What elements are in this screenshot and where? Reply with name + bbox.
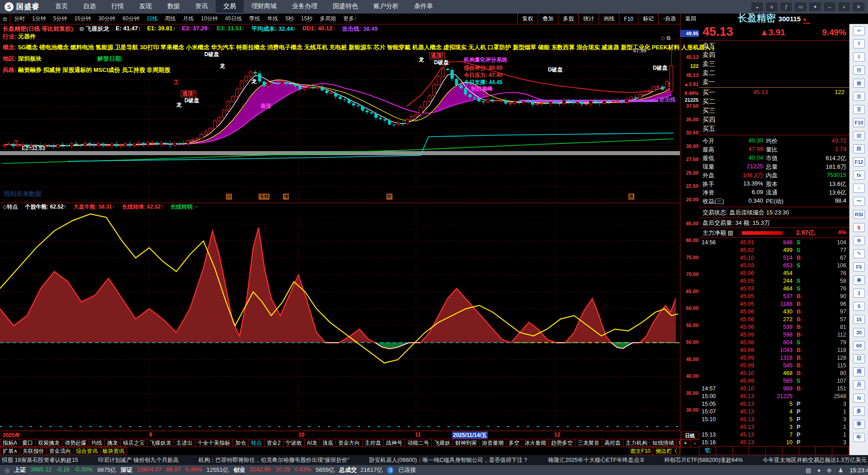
bottom-tab-综合资讯[interactable]: 综合资讯	[74, 447, 100, 455]
monitor-icon[interactable]: ▭	[795, 2, 807, 11]
indicator-tab-顶底[interactable]: 顶底	[320, 439, 336, 447]
event-tag-涨精[interactable]: 涨精	[259, 194, 269, 200]
side-icon-日[interactable]: 日	[849, 352, 868, 365]
tool-F10[interactable]: F10	[619, 14, 638, 24]
event-tag-激[interactable]: 激	[628, 194, 634, 200]
indicator-tab-游资量潮[interactable]: 游资量潮	[480, 439, 506, 447]
layout-toggle-icon[interactable]: ⧉	[0, 14, 10, 24]
industry-value[interactable]: 元器件	[18, 33, 36, 40]
timeframe-月线[interactable]: 月线	[179, 15, 197, 23]
side-icon-5[interactable]: 5	[849, 299, 868, 313]
side-icon-RSI[interactable]: RSI	[849, 208, 868, 221]
side-icon-F5[interactable]: F5	[849, 260, 868, 273]
indicator-tab-十全十美指标[interactable]: 十全十美指标	[195, 439, 233, 447]
side-icon-✎[interactable]: ✎	[849, 247, 868, 260]
side-icon-年[interactable]: 年	[849, 431, 868, 444]
bottom-tab-资金流向[interactable]: 资金流向	[47, 447, 74, 455]
side-icon-F12[interactable]: F12	[849, 155, 868, 168]
side-icon-自[interactable]: 自	[849, 142, 868, 155]
bottom-tab-扩展∧[interactable]: 扩展∧	[0, 447, 20, 455]
settings-icon[interactable]: ≡	[766, 2, 778, 11]
menu-item-首页[interactable]: 首页	[47, 0, 75, 13]
bottom-tab-关联报价[interactable]: 关联报价	[20, 447, 47, 455]
tool-多股[interactable]: 多股	[558, 14, 578, 24]
chat-icon[interactable]: ◒	[751, 2, 763, 11]
index-创业[interactable]: 创业3242.9020.290.63%5659亿	[233, 466, 335, 474]
menu-item-行情[interactable]: 行情	[104, 0, 132, 13]
side-icon-▥[interactable]: ▥	[849, 90, 868, 103]
indicator-tab-AI龙[interactable]: AI龙	[305, 439, 320, 447]
indicator-tab-三龙聚首[interactable]: 三龙聚首	[576, 439, 602, 447]
side-icon-≣[interactable]: ≣	[849, 103, 868, 116]
timeframe-多周期[interactable]: 多周期	[316, 15, 340, 23]
zoom-in-button[interactable]: +	[680, 439, 690, 447]
side-icon-▦[interactable]: ▦	[849, 76, 868, 90]
timeframe-周线[interactable]: 周线	[161, 15, 179, 23]
area-value[interactable]: 深圳板块	[18, 55, 42, 62]
indicator-tab-资金方向[interactable]: 资金方向	[336, 439, 363, 447]
side-icon-⇩[interactable]: ⇩	[849, 50, 868, 63]
news-item[interactable]: 机构：巴菲特即将卸任，伯克希尔哈撒韦股价出现“接班折价”	[198, 456, 349, 464]
menu-item-自选[interactable]: 自选	[75, 0, 104, 13]
fx-icon[interactable]: ƒ	[780, 2, 792, 11]
quote-tab-筹[interactable]: 筹	[832, 446, 849, 455]
quote-tab-值[interactable]: 值	[783, 446, 799, 455]
menu-item-资讯[interactable]: 资讯	[188, 0, 216, 13]
quote-tab-势[interactable]: 势	[749, 446, 766, 455]
indicator-tab-转点[interactable]: 转点	[249, 439, 264, 447]
timeframe-分时[interactable]: 分时	[10, 15, 28, 23]
side-icon-▧[interactable]: ▧	[849, 129, 868, 142]
side-icon-季[interactable]: 季	[849, 418, 868, 431]
timeframe-5秒[interactable]: 5秒	[282, 15, 297, 23]
concept-values[interactable]: 5G概念 锂电池概念 燃料电池 氢能源 卫星导航 3D打印 苹果概念 小米概念 …	[18, 44, 714, 51]
indicator-tab-窗口[interactable]: 窗口	[20, 439, 36, 447]
tool-返回[interactable]: 返回	[680, 14, 701, 24]
indicator-tab-多空[interactable]: 多空	[506, 439, 522, 447]
indicator-tab-高控盘[interactable]: 高控盘	[602, 439, 623, 447]
style-values[interactable]: 融资融券 拟减持 深股通标的 MSCI成份 员工持股 非周期股	[18, 66, 170, 73]
menu-item-条件单[interactable]: 条件单	[406, 0, 441, 13]
timeframe-45日线[interactable]: 45日线	[222, 15, 245, 23]
news-item[interactable]: 今年亚太地区并购交易总额达1.3万亿美元，较上年增长21	[763, 456, 868, 464]
side-icon-F10[interactable]: F10	[849, 116, 868, 129]
timeframe-60分钟[interactable]: 60分钟	[119, 15, 143, 23]
indicator-tab-擒龙[interactable]: 擒龙	[105, 439, 121, 447]
tool--自选[interactable]: -自选	[658, 14, 680, 24]
tool-统计[interactable]: 统计	[578, 14, 599, 24]
news-ticker[interactable]: 招股 18家基石投资者认购超15印尼计划减产 镍价创九个月新高机构：巴菲特即将卸…	[0, 455, 868, 465]
side-icon-⇧[interactable]: ⇧	[849, 37, 868, 50]
sub-indicator-chart[interactable]	[0, 210, 680, 431]
side-icon-▣[interactable]: ▣	[849, 273, 868, 286]
side-icon-▤[interactable]: ▤	[849, 63, 868, 76]
quote-tab-联[interactable]: 联	[766, 446, 783, 455]
indicator-tab-动能二号[interactable]: 动能二号	[405, 439, 432, 447]
timeframe-15分钟[interactable]: 15分钟	[71, 15, 94, 23]
timeframe-10分钟[interactable]: 10分钟	[197, 15, 221, 23]
menu-item-账户分析[interactable]: 账户分析	[366, 0, 406, 13]
timeframe-5分钟[interactable]: 5分钟	[50, 15, 71, 23]
event-tag-增[interactable]: 增	[283, 194, 289, 200]
side-icon-〜[interactable]: 〜	[849, 195, 868, 208]
indicator-tab-飞碟妖[interactable]: 飞碟妖	[432, 439, 453, 447]
quote-tab-价[interactable]: 价	[716, 446, 733, 455]
index-深证[interactable]: 深证13604.0766.970.49%12551亿	[121, 466, 229, 474]
quote-tab-逆[interactable]: 逆	[816, 446, 832, 455]
timeframe-30分钟[interactable]: 30分钟	[95, 15, 119, 23]
side-icon-○[interactable]: ○	[849, 181, 868, 195]
timeframe-年线[interactable]: 年线	[264, 15, 282, 23]
side-icon-S[interactable]: S	[849, 221, 868, 234]
diamond-icon[interactable]: ♦	[817, 467, 821, 474]
news-item[interactable]: 科创芯片ETF(588200)涨超64%	[664, 456, 743, 464]
indicator-tab-财神到家[interactable]: 财神到家	[453, 439, 480, 447]
indicator-tab-均线[interactable]: 均线	[89, 439, 105, 447]
zoom-out-button[interactable]: -	[690, 439, 699, 447]
tool-复权[interactable]: 复权	[517, 14, 538, 24]
menu-item-数据[interactable]: 数据	[160, 0, 188, 13]
mode-icon[interactable]: ♟	[838, 467, 844, 474]
indicator-tab-加仓[interactable]: 加仓	[233, 439, 249, 447]
message-icon[interactable]: ▤	[806, 467, 811, 474]
bottom-tab-板块资讯[interactable]: 板块资讯	[100, 447, 127, 455]
indicator-tab-双紫擒龙[interactable]: 双紫擒龙	[36, 439, 62, 447]
indicator-tab-强势起爆[interactable]: 强势起爆	[62, 439, 89, 447]
side-icon-N[interactable]: N	[849, 391, 868, 404]
